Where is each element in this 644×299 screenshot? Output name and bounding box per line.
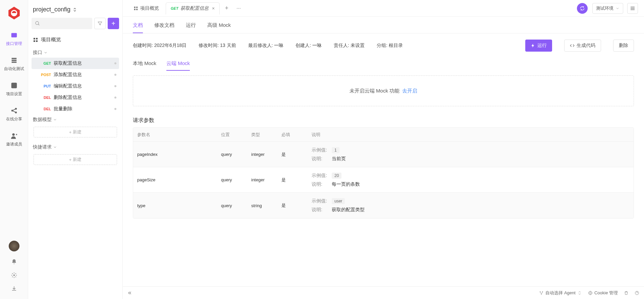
svg-rect-4 xyxy=(11,60,16,61)
generate-code-button[interactable]: 生成代码 xyxy=(564,40,601,52)
download-icon[interactable] xyxy=(11,286,17,292)
mock-tab-local[interactable]: 本地 Mock xyxy=(133,60,156,71)
close-icon[interactable]: × xyxy=(212,6,215,11)
new-model-button[interactable]: +新建 xyxy=(34,127,117,137)
help-icon[interactable] xyxy=(635,291,639,295)
env-label: 测试环境 xyxy=(596,5,613,11)
col-loc: 位置 xyxy=(217,128,247,141)
project-overview-link[interactable]: 项目概览 xyxy=(32,34,119,48)
menu-button[interactable] xyxy=(627,3,638,14)
param-loc: query xyxy=(217,199,247,212)
chevron-updown-icon xyxy=(72,7,77,12)
agent-selector[interactable]: 自动选择 Agent xyxy=(539,290,582,296)
cloud-enable-link[interactable]: 去开启 xyxy=(402,88,417,94)
quick-group-head[interactable]: 快捷请求 xyxy=(32,142,119,152)
new-label: 新建 xyxy=(73,157,82,163)
method-badge: POST xyxy=(38,73,51,77)
chevron-down-icon xyxy=(53,118,57,122)
creator: 创建人: 一咻 xyxy=(296,43,322,49)
params-title: 请求参数 xyxy=(123,111,644,127)
api-item[interactable]: POST添加配置信息 xyxy=(32,69,119,80)
run-button[interactable]: 运行 xyxy=(525,40,552,52)
svg-rect-5 xyxy=(11,62,16,63)
created-time: 创建时间: 2022年6月18日 xyxy=(133,43,186,49)
api-group-head[interactable]: 接口 xyxy=(32,48,119,58)
svg-point-12 xyxy=(36,21,39,24)
svg-rect-6 xyxy=(11,83,17,88)
cookie-manager[interactable]: Cookie 管理 xyxy=(588,290,618,296)
svg-rect-20 xyxy=(136,9,138,10)
tab-label: 获取配置信息 xyxy=(180,5,209,11)
rail-item-settings[interactable]: 项目设置 xyxy=(6,82,22,97)
cloud-msg: 未开启云端 Mock 功能 xyxy=(350,88,399,94)
chevron-down-icon xyxy=(53,145,57,149)
tab-active-api[interactable]: GET 获取配置信息 × xyxy=(166,2,220,14)
app-logo xyxy=(7,6,21,20)
svg-rect-2 xyxy=(11,33,17,38)
svg-rect-18 xyxy=(136,6,138,8)
environment-selector[interactable]: 测试环境 xyxy=(592,3,623,14)
user-avatar[interactable] xyxy=(9,241,19,251)
tab-more-button[interactable]: ⋯ xyxy=(234,6,244,11)
mock-tab-cloud[interactable]: 云端 Mock xyxy=(166,60,190,71)
subtab-mock[interactable]: 高级 Mock xyxy=(207,22,231,33)
cookie-label: Cookie 管理 xyxy=(594,290,618,296)
add-button[interactable]: + xyxy=(108,18,119,29)
node-icon xyxy=(539,291,544,295)
collapse-icon[interactable] xyxy=(127,291,132,295)
method-badge: GET xyxy=(38,61,51,65)
col-name: 参数名 xyxy=(133,128,217,141)
rail-label: 项目设置 xyxy=(6,91,22,97)
project-name: project_config xyxy=(33,6,70,13)
subtab-run[interactable]: 运行 xyxy=(186,22,196,33)
refresh-button[interactable] xyxy=(577,3,588,14)
group-label: 接口 xyxy=(33,50,42,56)
filter-button[interactable] xyxy=(94,18,106,29)
param-type: integer xyxy=(247,173,277,186)
param-name: pageIndex xyxy=(133,148,217,161)
subtabs: 文档 修改文档 运行 高级 Mock xyxy=(123,17,644,34)
api-item[interactable]: DEL批量删除 xyxy=(32,103,119,115)
cloud-mock-notice: 未开启云端 Mock 功能 去开启 xyxy=(133,75,634,106)
status-dot xyxy=(114,97,116,99)
api-item[interactable]: DEL删除配置信息 xyxy=(32,92,119,103)
api-item[interactable]: PUT编辑配置信息 xyxy=(32,80,119,92)
api-name: 删除配置信息 xyxy=(54,95,114,101)
chevron-updown-icon xyxy=(577,291,582,295)
table-row: pageSize query integer 是 示例值:20 说明:每一页的条… xyxy=(133,167,634,193)
table-row: pageIndex query integer 是 示例值:1 说明:当前页 xyxy=(133,142,634,167)
chevron-down-icon xyxy=(44,51,48,55)
table-head: 参数名 位置 类型 必填 说明 xyxy=(133,128,634,142)
rail-item-invite[interactable]: 邀请成员 xyxy=(6,132,22,147)
rail-item-api[interactable]: 接口管理 xyxy=(6,32,22,47)
search-input[interactable] xyxy=(32,18,92,29)
model-group-head[interactable]: 数据模型 xyxy=(32,115,119,125)
tab-overview[interactable]: 项目概览 xyxy=(129,2,164,14)
gear-icon[interactable] xyxy=(11,272,17,278)
param-name: pageSize xyxy=(133,173,217,186)
delete-label: 删除 xyxy=(619,43,628,49)
param-req: 是 xyxy=(277,198,308,213)
param-name: type xyxy=(133,199,217,212)
bolt-icon xyxy=(531,43,535,48)
api-item[interactable]: GET获取配置信息 xyxy=(32,58,119,69)
filter-icon xyxy=(97,21,103,26)
overview-label: 项目概览 xyxy=(41,37,61,43)
param-desc: 示例值:20 说明:每一页的条数 xyxy=(308,169,634,191)
trash-icon[interactable] xyxy=(624,291,629,295)
new-quick-button[interactable]: +新建 xyxy=(34,154,117,165)
subtab-edit[interactable]: 修改文档 xyxy=(154,22,174,33)
delete-button[interactable]: 删除 xyxy=(613,40,634,52)
rail-item-automation[interactable]: 自动化测试 xyxy=(4,57,24,72)
subtab-doc[interactable]: 文档 xyxy=(133,22,143,33)
svg-rect-15 xyxy=(34,40,35,42)
refresh-icon xyxy=(580,6,585,11)
tab-label: 项目概览 xyxy=(140,5,159,11)
col-req: 必填 xyxy=(277,128,308,141)
new-tab-button[interactable]: + xyxy=(222,3,232,13)
menu-icon xyxy=(630,6,635,11)
rail-item-share[interactable]: 在线分享 xyxy=(6,107,22,122)
bell-icon[interactable] xyxy=(11,259,17,265)
code-icon xyxy=(570,43,575,48)
project-selector[interactable]: project_config xyxy=(32,6,119,18)
